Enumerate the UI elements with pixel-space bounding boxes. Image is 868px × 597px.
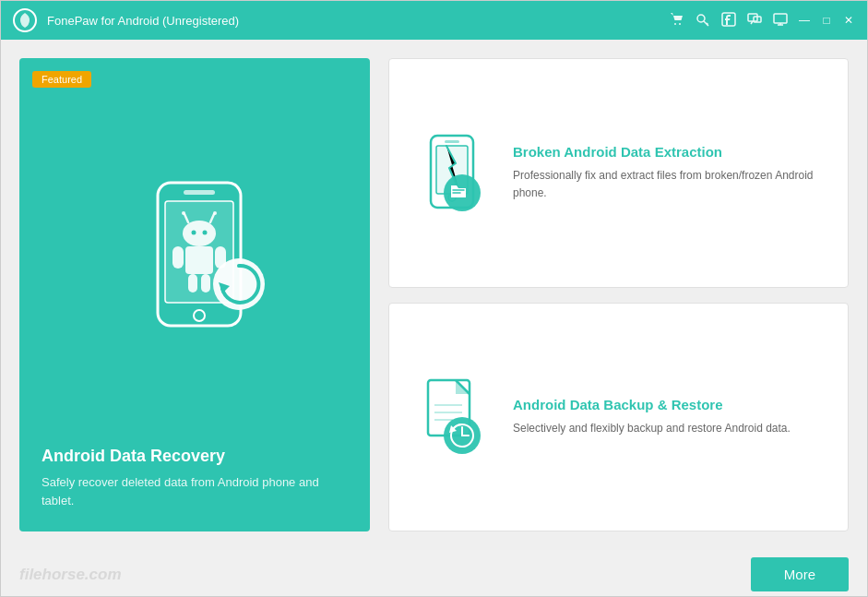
titlebar: FonePaw for Android (Unregistered)	[1, 1, 867, 40]
broken-extraction-content: Broken Android Data Extraction Professio…	[513, 144, 826, 202]
backup-restore-desc: Selectively and flexibly backup and rest…	[513, 420, 791, 437]
svg-point-17	[192, 230, 196, 234]
cart-icon[interactable]	[670, 12, 684, 30]
svg-point-14	[182, 211, 185, 215]
svg-rect-28	[445, 140, 459, 143]
svg-rect-7	[774, 14, 787, 23]
backup-restore-content: Android Data Backup & Restore Selectivel…	[513, 397, 791, 437]
svg-rect-5	[748, 14, 757, 21]
broken-extraction-icon	[411, 131, 494, 214]
backup-restore-icon	[411, 376, 494, 459]
filehorse-logo: filehorse.com	[19, 565, 122, 584]
svg-point-12	[183, 221, 216, 246]
svg-rect-23	[201, 274, 210, 293]
svg-point-3	[697, 15, 705, 22]
svg-point-11	[194, 310, 205, 321]
svg-rect-20	[172, 246, 184, 269]
svg-point-1	[674, 23, 676, 25]
facebook-icon[interactable]	[721, 12, 736, 30]
svg-point-16	[213, 211, 217, 215]
svg-rect-22	[188, 274, 197, 293]
featured-title: Android Data Recovery	[42, 447, 348, 466]
svg-rect-10	[184, 190, 215, 195]
backup-restore-card[interactable]: Android Data Backup & Restore Selectivel…	[388, 303, 849, 532]
featured-badge: Featured	[32, 71, 91, 88]
chat-icon[interactable]	[747, 12, 762, 30]
maximize-button[interactable]: □	[819, 13, 834, 28]
more-button[interactable]: More	[751, 557, 849, 591]
backup-restore-title: Android Data Backup & Restore	[513, 397, 791, 412]
recovery-illustration	[102, 80, 287, 432]
monitor-icon[interactable]	[773, 12, 788, 30]
feature-cards-panel: Broken Android Data Extraction Professio…	[388, 58, 849, 531]
bottom-bar: filehorse.com More	[1, 550, 867, 597]
broken-extraction-desc: Professionally fix and extract files fro…	[513, 167, 826, 202]
window-controls: — □ ✕	[797, 13, 856, 28]
app-title: FonePaw for Android (Unregistered)	[47, 14, 670, 28]
svg-rect-19	[185, 246, 213, 274]
featured-text: Android Data Recovery Safely recover del…	[42, 432, 348, 509]
featured-description: Safely recover deleted data from Android…	[42, 473, 348, 509]
minimize-button[interactable]: —	[797, 13, 812, 28]
svg-point-2	[679, 23, 681, 25]
svg-point-18	[203, 230, 208, 234]
featured-panel[interactable]: Featured	[19, 58, 370, 531]
broken-extraction-card[interactable]: Broken Android Data Extraction Professio…	[388, 58, 849, 288]
broken-extraction-title: Broken Android Data Extraction	[513, 144, 826, 160]
app-logo	[12, 7, 38, 33]
key-icon[interactable]	[696, 12, 710, 30]
toolbar-icons	[670, 12, 788, 30]
close-button[interactable]: ✕	[841, 13, 856, 28]
